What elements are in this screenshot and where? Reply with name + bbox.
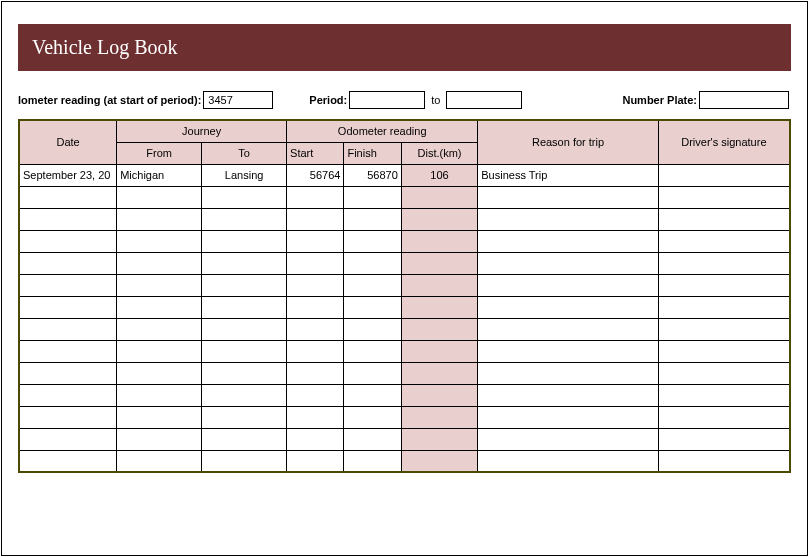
cell-reason[interactable]: [478, 274, 659, 296]
cell-reason[interactable]: [478, 406, 659, 428]
cell-dist[interactable]: [401, 274, 477, 296]
cell-dist[interactable]: [401, 208, 477, 230]
cell-dist[interactable]: [401, 384, 477, 406]
cell-finish[interactable]: [344, 318, 401, 340]
cell-to[interactable]: [202, 450, 287, 472]
cell-start[interactable]: [287, 274, 344, 296]
cell-start[interactable]: 56764: [287, 164, 344, 186]
cell-from[interactable]: [117, 318, 202, 340]
cell-from[interactable]: [117, 186, 202, 208]
cell-sig[interactable]: [658, 252, 790, 274]
cell-sig[interactable]: [658, 362, 790, 384]
cell-from[interactable]: [117, 362, 202, 384]
cell-start[interactable]: [287, 450, 344, 472]
period-to-input[interactable]: [446, 91, 522, 109]
cell-reason[interactable]: [478, 340, 659, 362]
cell-from[interactable]: [117, 274, 202, 296]
cell-to[interactable]: [202, 296, 287, 318]
cell-dist[interactable]: [401, 186, 477, 208]
cell-sig[interactable]: [658, 450, 790, 472]
cell-start[interactable]: [287, 384, 344, 406]
cell-sig[interactable]: [658, 208, 790, 230]
cell-dist[interactable]: [401, 318, 477, 340]
cell-dist[interactable]: [401, 230, 477, 252]
cell-to[interactable]: [202, 384, 287, 406]
cell-sig[interactable]: [658, 340, 790, 362]
cell-date[interactable]: September 23, 20: [19, 164, 117, 186]
cell-start[interactable]: [287, 428, 344, 450]
cell-from[interactable]: [117, 208, 202, 230]
cell-finish[interactable]: [344, 428, 401, 450]
cell-to[interactable]: [202, 208, 287, 230]
cell-start[interactable]: [287, 252, 344, 274]
cell-start[interactable]: [287, 208, 344, 230]
cell-date[interactable]: [19, 450, 117, 472]
cell-date[interactable]: [19, 428, 117, 450]
cell-finish[interactable]: [344, 406, 401, 428]
cell-date[interactable]: [19, 340, 117, 362]
cell-to[interactable]: [202, 340, 287, 362]
cell-dist[interactable]: [401, 252, 477, 274]
cell-dist[interactable]: [401, 406, 477, 428]
cell-date[interactable]: [19, 186, 117, 208]
cell-reason[interactable]: [478, 318, 659, 340]
cell-sig[interactable]: [658, 186, 790, 208]
cell-finish[interactable]: [344, 208, 401, 230]
cell-sig[interactable]: [658, 318, 790, 340]
cell-date[interactable]: [19, 274, 117, 296]
cell-start[interactable]: [287, 296, 344, 318]
cell-from[interactable]: [117, 406, 202, 428]
cell-finish[interactable]: [344, 340, 401, 362]
cell-sig[interactable]: [658, 384, 790, 406]
cell-from[interactable]: [117, 450, 202, 472]
cell-start[interactable]: [287, 406, 344, 428]
cell-date[interactable]: [19, 384, 117, 406]
cell-reason[interactable]: [478, 186, 659, 208]
cell-dist[interactable]: [401, 296, 477, 318]
cell-to[interactable]: [202, 406, 287, 428]
cell-finish[interactable]: [344, 450, 401, 472]
cell-reason[interactable]: [478, 362, 659, 384]
cell-start[interactable]: [287, 318, 344, 340]
cell-reason[interactable]: [478, 450, 659, 472]
cell-dist[interactable]: [401, 450, 477, 472]
cell-date[interactable]: [19, 252, 117, 274]
cell-from[interactable]: [117, 230, 202, 252]
cell-finish[interactable]: [344, 230, 401, 252]
cell-date[interactable]: [19, 362, 117, 384]
cell-from[interactable]: [117, 384, 202, 406]
plate-input[interactable]: [699, 91, 789, 109]
cell-to[interactable]: [202, 274, 287, 296]
cell-finish[interactable]: [344, 252, 401, 274]
cell-reason[interactable]: [478, 208, 659, 230]
cell-date[interactable]: [19, 406, 117, 428]
cell-sig[interactable]: [658, 274, 790, 296]
cell-date[interactable]: [19, 230, 117, 252]
cell-reason[interactable]: Business Trip: [478, 164, 659, 186]
cell-finish[interactable]: [344, 274, 401, 296]
cell-date[interactable]: [19, 318, 117, 340]
cell-to[interactable]: [202, 230, 287, 252]
cell-dist[interactable]: [401, 362, 477, 384]
cell-finish[interactable]: [344, 362, 401, 384]
cell-finish[interactable]: [344, 384, 401, 406]
cell-to[interactable]: [202, 186, 287, 208]
cell-date[interactable]: [19, 208, 117, 230]
cell-reason[interactable]: [478, 230, 659, 252]
cell-to[interactable]: [202, 252, 287, 274]
cell-reason[interactable]: [478, 252, 659, 274]
cell-to[interactable]: [202, 318, 287, 340]
cell-from[interactable]: [117, 340, 202, 362]
cell-finish[interactable]: [344, 186, 401, 208]
cell-to[interactable]: [202, 362, 287, 384]
cell-dist[interactable]: [401, 340, 477, 362]
period-from-input[interactable]: [349, 91, 425, 109]
cell-from[interactable]: [117, 252, 202, 274]
cell-from[interactable]: [117, 428, 202, 450]
cell-reason[interactable]: [478, 428, 659, 450]
cell-start[interactable]: [287, 186, 344, 208]
cell-finish[interactable]: 56870: [344, 164, 401, 186]
cell-dist[interactable]: 106: [401, 164, 477, 186]
cell-sig[interactable]: [658, 230, 790, 252]
cell-start[interactable]: [287, 340, 344, 362]
